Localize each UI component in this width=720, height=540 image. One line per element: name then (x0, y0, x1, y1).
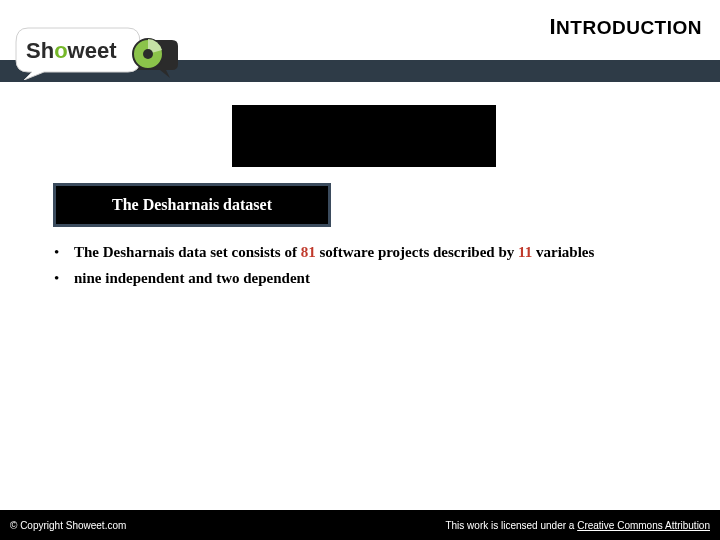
logo-pie-icon (132, 38, 164, 70)
title-rest: NTRODUCTION (556, 17, 702, 38)
footer: © Copyright Showeet.com This work is lic… (0, 510, 720, 540)
footer-copyright: © Copyright Showeet.com (10, 520, 126, 531)
slide: INTRODUCTION Don't just say it … Showeet… (0, 0, 720, 540)
footer-license-link[interactable]: Creative Commons Attribution (577, 520, 710, 531)
bullet2: nine independent and two dependent (74, 270, 310, 286)
bullet1-num2: 11 (518, 244, 532, 260)
logo-text-part1: Sh (26, 38, 54, 63)
logo-text-accent: o (54, 38, 67, 63)
list-item: The Desharnais data set consists of 81 s… (42, 240, 682, 264)
logo-text-part2: weet (68, 38, 117, 63)
center-dark-box (232, 105, 496, 167)
list-item: nine independent and two dependent (42, 266, 682, 290)
logo: Don't just say it … Showeet (14, 8, 214, 82)
bullet1-c: variables (532, 244, 594, 260)
page-title: INTRODUCTION (549, 14, 702, 40)
section-label: The Desharnais dataset (112, 196, 272, 214)
bullet-list: The Desharnais data set consists of 81 s… (42, 240, 682, 292)
svg-point-1 (143, 49, 153, 59)
footer-license-text: This work is licensed under a (445, 520, 577, 531)
bullet1-a: The Desharnais data set consists of (74, 244, 301, 260)
bullet1-b: software projects described by (316, 244, 518, 260)
section-label-box: The Desharnais dataset (53, 183, 331, 227)
logo-wordmark: Showeet (26, 38, 117, 64)
bullet1-num1: 81 (301, 244, 316, 260)
footer-license: This work is licensed under a Creative C… (445, 520, 710, 531)
